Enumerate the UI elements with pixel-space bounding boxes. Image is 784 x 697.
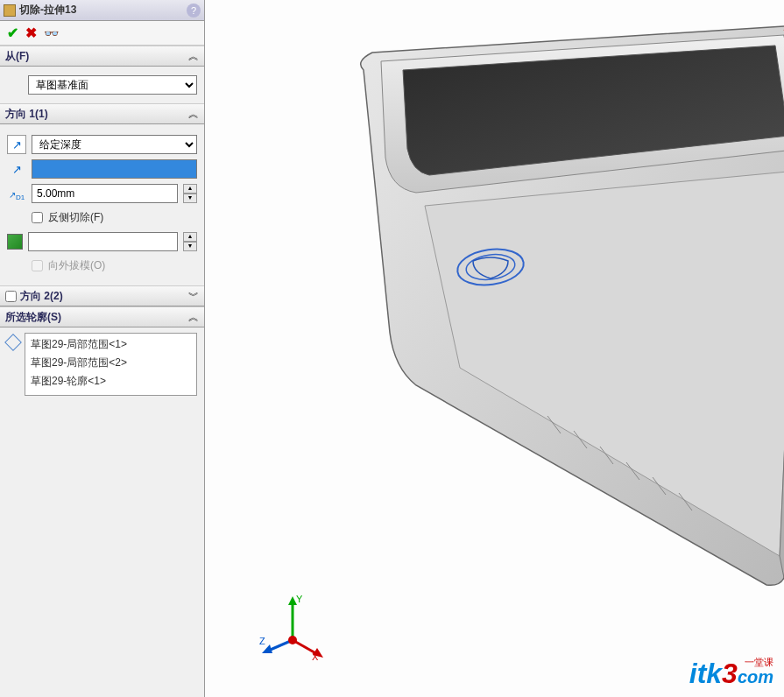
depth-spinner: ▲ ▼ — [183, 184, 197, 203]
draft-spinner: ▲ ▼ — [183, 232, 197, 251]
feature-title: 切除-拉伸13 — [19, 3, 76, 18]
list-item[interactable]: 草图29-局部范围<1> — [27, 335, 194, 354]
3d-viewport[interactable]: Y X Z 一堂课 itk3com — [205, 0, 784, 697]
section-contours-header[interactable]: 所选轮廓(S) ︽ — [0, 306, 204, 327]
draft-spin-up[interactable]: ▲ — [183, 232, 197, 242]
dir2-enable-checkbox[interactable] — [5, 291, 17, 302]
svg-text:X: X — [312, 651, 319, 662]
depth-icon: ↗D1 — [7, 184, 26, 203]
section-dir1-body: ↗ 给定深度 ↗ ↗D1 ▲ ▼ 反侧切除(F) ▲ ▼ — [0, 124, 204, 285]
3d-model[interactable] — [293, 18, 784, 587]
contour-list[interactable]: 草图29-局部范围<1> 草图29-局部范围<2> 草图29-轮廓<1> — [25, 333, 197, 396]
reverse-direction-button[interactable]: ↗ — [7, 135, 26, 154]
watermark: 一堂课 itk3com — [689, 658, 773, 690]
contour-icon — [4, 334, 22, 351]
svg-point-20 — [288, 636, 297, 644]
cancel-button[interactable]: ✖ — [25, 25, 37, 41]
draft-angle-input[interactable] — [28, 232, 178, 251]
svg-text:Z: Z — [259, 636, 265, 646]
depth-spin-up[interactable]: ▲ — [183, 184, 197, 194]
draft-spin-down[interactable]: ▼ — [183, 242, 197, 251]
draft-outward-checkbox — [32, 260, 43, 271]
title-bar: 切除-拉伸13 ? — [0, 0, 204, 21]
list-item[interactable]: 草图29-轮廓<1> — [27, 372, 194, 391]
svg-text:↗: ↗ — [9, 190, 16, 200]
chevron-up-icon[interactable]: ︽ — [188, 49, 199, 64]
depth-spin-down[interactable]: ▼ — [183, 194, 197, 203]
orientation-triad[interactable]: Y X Z — [258, 592, 328, 662]
action-bar: ✔ ✖ 👓 — [0, 21, 204, 46]
svg-text:D1: D1 — [16, 194, 25, 201]
from-start-condition-select[interactable]: 草图基准面 — [28, 75, 197, 95]
section-dir2-header[interactable]: 方向 2(2) ︾ — [0, 285, 204, 306]
help-icon[interactable]: ? — [187, 4, 201, 18]
svg-text:Y: Y — [296, 594, 303, 604]
draft-icon[interactable] — [7, 234, 23, 250]
section-dir1-label: 方向 1(1) — [5, 107, 48, 122]
list-item[interactable]: 草图29-局部范围<2> — [27, 354, 194, 372]
feature-icon — [4, 4, 16, 17]
chevron-up-icon[interactable]: ︽ — [188, 310, 199, 325]
chevron-up-icon[interactable]: ︽ — [188, 107, 199, 122]
chevron-down-icon[interactable]: ︾ — [188, 289, 199, 304]
section-from-body: 草图基准面 — [0, 67, 204, 103]
property-panel: 切除-拉伸13 ? ✔ ✖ 👓 从(F) ︽ 草图基准面 方向 1(1) ︽ ↗… — [0, 0, 205, 697]
depth-input[interactable] — [32, 184, 178, 203]
direction-vector-input[interactable] — [32, 159, 197, 179]
section-from-label: 从(F) — [5, 49, 29, 64]
section-from-header[interactable]: 从(F) ︽ — [0, 46, 204, 67]
preview-button[interactable]: 👓 — [44, 26, 59, 40]
section-dir2-label: 方向 2(2) — [20, 289, 188, 304]
section-contours-body: 草图29-局部范围<1> 草图29-局部范围<2> 草图29-轮廓<1> — [0, 327, 204, 401]
direction-vector-icon[interactable]: ↗ — [7, 159, 26, 179]
section-dir1-header[interactable]: 方向 1(1) ︽ — [0, 103, 204, 124]
flip-side-checkbox[interactable] — [32, 212, 43, 223]
end-condition-select[interactable]: 给定深度 — [32, 135, 197, 154]
ok-button[interactable]: ✔ — [7, 25, 18, 41]
section-contours-label: 所选轮廓(S) — [5, 310, 61, 325]
flip-side-label: 反侧切除(F) — [48, 210, 103, 225]
draft-outward-label: 向外拔模(O) — [48, 258, 105, 273]
